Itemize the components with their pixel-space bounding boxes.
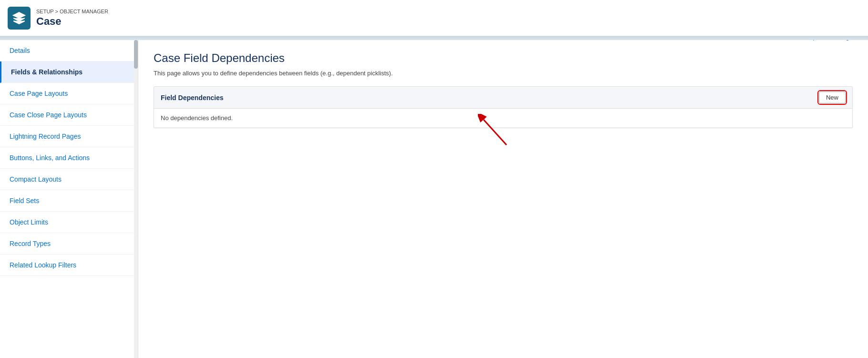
sidebar-item-object-limits[interactable]: Object Limits: [0, 212, 138, 233]
help-link[interactable]: Help for this Page: [804, 40, 853, 41]
sidebar-item-record-types[interactable]: Record Types: [0, 233, 138, 255]
app-icon: [8, 7, 31, 30]
sidebar-item-lightning-record-pages[interactable]: Lightning Record Pages: [0, 126, 138, 147]
subheader-band: [0, 36, 868, 40]
breadcrumb: SETUP > OBJECT MANAGER: [36, 9, 108, 14]
app-header: SETUP > OBJECT MANAGER Case: [0, 0, 868, 36]
page-title: Case: [36, 15, 108, 28]
sidebar-item-compact-layouts[interactable]: Compact Layouts: [0, 169, 138, 190]
sidebar-item-buttons-links-actions[interactable]: Buttons, Links, and Actions: [0, 147, 138, 169]
sidebar-item-fields-relationships[interactable]: Fields & Relationships: [0, 61, 138, 83]
layers-icon: [12, 11, 26, 25]
table-header: Field Dependencies New: [154, 87, 852, 109]
content-title: Case Field Dependencies: [154, 51, 853, 65]
header-text: SETUP > OBJECT MANAGER Case: [36, 9, 108, 28]
no-data-row: No dependencies defined.: [154, 109, 852, 128]
main-layout: DetailsFields & RelationshipsCase Page L…: [0, 40, 868, 358]
new-button[interactable]: New: [819, 92, 846, 103]
field-dependencies-table: Field Dependencies New No dependencies d…: [154, 86, 853, 128]
sidebar: DetailsFields & RelationshipsCase Page L…: [0, 40, 138, 358]
table-header-label: Field Dependencies: [161, 94, 223, 102]
breadcrumb-separator: >: [55, 9, 60, 14]
sidebar-item-field-sets[interactable]: Field Sets: [0, 190, 138, 212]
content-description: This page allows you to define dependenc…: [154, 70, 853, 77]
scrollbar-thumb[interactable]: [134, 40, 138, 69]
sidebar-item-details[interactable]: Details: [0, 40, 138, 61]
breadcrumb-object-manager[interactable]: OBJECT MANAGER: [60, 9, 108, 14]
scrollbar-track: [134, 40, 138, 358]
breadcrumb-setup[interactable]: SETUP: [36, 9, 53, 14]
sidebar-item-case-page-layouts[interactable]: Case Page Layouts: [0, 83, 138, 104]
main-content: Help for this Page Case Field Dependenci…: [138, 40, 868, 358]
sidebar-item-case-close-page-layouts[interactable]: Case Close Page Layouts: [0, 104, 138, 126]
sidebar-item-related-lookup-filters[interactable]: Related Lookup Filters: [0, 255, 138, 276]
